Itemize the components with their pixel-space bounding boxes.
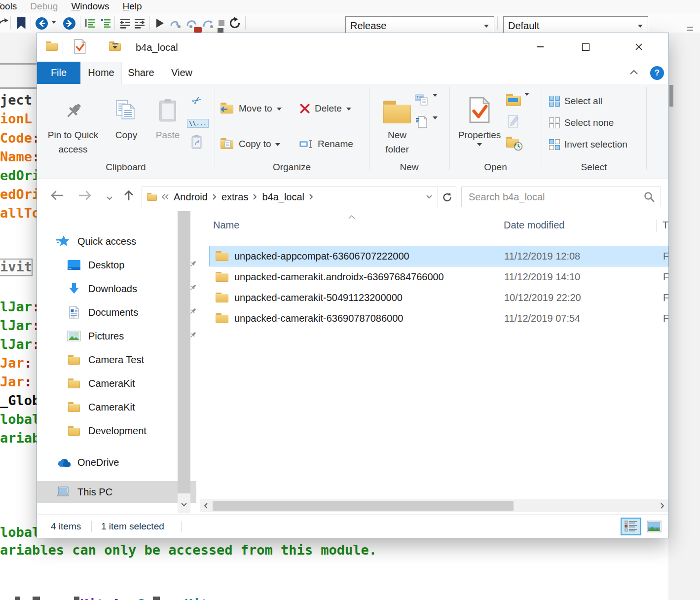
back-history-caret[interactable]	[50, 16, 58, 31]
help-icon[interactable]: ?	[650, 66, 664, 80]
scroll-right-button[interactable]	[656, 499, 668, 512]
sidebar-item-desktop[interactable]: Desktop	[67, 254, 124, 276]
file-row[interactable]: unpacked-camerakit.androidx-636976847660…	[209, 266, 668, 287]
sidebar-item-development[interactable]: Development	[67, 420, 147, 442]
edit-button[interactable]	[505, 112, 522, 130]
undo-arrow-icon[interactable]	[0, 16, 9, 31]
pin-to-quick-access-button[interactable]: Pin to Quickaccess	[42, 90, 104, 165]
paste-shortcut-button[interactable]	[188, 133, 206, 151]
file-row[interactable]: unpacked-camerakit-50491123200000 10/12/…	[209, 287, 668, 308]
close-button[interactable]	[609, 33, 668, 61]
select-all-button[interactable]: Select all	[549, 93, 602, 110]
sidebar-item-this-pc[interactable]: This PC	[37, 481, 196, 503]
step-out-icon[interactable]	[200, 16, 215, 31]
nav-back-icon[interactable]	[50, 190, 64, 203]
file-row[interactable]: unpacked-appcompat-63606707222000 11/12/…	[209, 246, 668, 266]
sidebar-scrollbar-thumb[interactable]	[178, 211, 190, 493]
open-caret[interactable]	[524, 96, 529, 105]
sidebar-item-documents[interactable]: Documents	[67, 301, 138, 323]
collapse-ribbon-chevron[interactable]	[629, 69, 639, 77]
properties-quick-icon[interactable]	[74, 39, 86, 56]
rename-button[interactable]: Rename	[299, 136, 353, 152]
sidebar-item-onedrive[interactable]: OneDrive	[56, 451, 119, 473]
tab-home[interactable]: Home	[80, 62, 122, 84]
minimize-button[interactable]	[518, 33, 562, 61]
comment-lines-icon[interactable]	[84, 16, 96, 31]
scroll-down-button[interactable]	[178, 496, 190, 513]
cut-button[interactable]: ✂	[188, 92, 206, 110]
invert-selection-button[interactable]: Invert selection	[549, 136, 627, 153]
horizontal-scrollbar-thumb[interactable]	[213, 501, 514, 511]
outdent-icon[interactable]	[119, 16, 132, 31]
bookmark-icon[interactable]	[16, 16, 26, 31]
breadcrumb-extras[interactable]: extras	[221, 191, 248, 203]
easy-access-caret[interactable]	[433, 97, 438, 106]
maximize-button[interactable]	[563, 33, 608, 61]
search-box[interactable]	[461, 187, 661, 207]
code-line: ivit	[0, 259, 33, 276]
search-input[interactable]	[468, 191, 644, 203]
sidebar-item-camera-test[interactable]: Camera Test	[67, 349, 144, 371]
column-header-date-modified[interactable]: Date modified	[504, 220, 564, 231]
horizontal-scrollbar[interactable]	[200, 499, 668, 512]
sidebar-item-quick-access[interactable]: Quick access	[56, 230, 136, 252]
copy-path-icon: \\...	[187, 119, 209, 128]
copy-to-button[interactable]: Copy to	[221, 136, 280, 152]
nav-forward-icon[interactable]	[78, 190, 92, 203]
sidebar-item-downloads[interactable]: Downloads	[67, 278, 137, 300]
back-icon[interactable]	[35, 16, 48, 31]
paste-button[interactable]: Paste	[149, 90, 186, 165]
details-view-button[interactable]	[621, 518, 641, 535]
status-separator	[91, 521, 92, 532]
column-separator[interactable]	[656, 220, 657, 232]
sidebar-scrollbar[interactable]	[178, 211, 190, 513]
file-row[interactable]: unpacked-camerakit-63690787086000 11/12/…	[209, 308, 668, 329]
tab-share[interactable]: Share	[121, 62, 161, 84]
sidebar-item-camerakit-2[interactable]: CameraKit	[67, 396, 135, 418]
copy-path-button[interactable]: \\...	[187, 114, 209, 132]
sort-ascending-chevron[interactable]	[348, 213, 356, 222]
nav-up-icon[interactable]	[123, 189, 135, 203]
sidebar-item-camerakit-1[interactable]: CameraKit	[67, 373, 135, 394]
nav-history-chevron[interactable]	[106, 194, 113, 203]
history-button[interactable]	[505, 134, 522, 152]
new-item-button[interactable]	[413, 113, 431, 131]
customize-qat-caret[interactable]	[112, 43, 118, 51]
uncomment-lines-icon[interactable]	[100, 16, 111, 31]
open-button[interactable]	[505, 91, 522, 109]
double-chevron-icon	[161, 193, 169, 200]
paste-shortcut-icon	[191, 135, 203, 150]
code-line: Jar:	[0, 374, 32, 390]
column-header-name[interactable]: Name	[213, 220, 239, 231]
properties-button[interactable]: Properties	[454, 90, 505, 165]
menu-tools[interactable]: Tools	[0, 1, 17, 12]
menu-debug[interactable]: Debug	[30, 1, 58, 12]
breadcrumb-android[interactable]: Android	[174, 191, 208, 203]
new-folder-button[interactable]: Newfolder	[376, 90, 418, 165]
menu-windows[interactable]: Windows	[71, 1, 109, 12]
run-icon[interactable]	[155, 16, 165, 31]
restart-icon[interactable]	[227, 16, 242, 31]
column-header-type[interactable]: T	[663, 220, 668, 231]
new-item-caret[interactable]	[433, 119, 438, 128]
move-to-button[interactable]: Move to	[221, 100, 282, 117]
address-bar[interactable]: Android extras b4a_local	[142, 187, 438, 207]
tab-file[interactable]: File	[37, 62, 80, 84]
scroll-left-button[interactable]	[200, 499, 212, 512]
address-dropdown-chevron[interactable]	[426, 194, 433, 199]
breadcrumb-b4a-local[interactable]: b4a_local	[262, 191, 304, 203]
step-into-icon[interactable]	[168, 16, 183, 31]
easy-access-button[interactable]	[413, 91, 431, 109]
menu-help[interactable]: Help	[122, 1, 142, 12]
delete-button[interactable]: Delete	[299, 100, 351, 117]
forward-icon[interactable]	[62, 16, 76, 31]
column-separator[interactable]	[496, 220, 496, 232]
copy-button[interactable]: Copy	[107, 90, 146, 165]
select-none-button[interactable]: Select none	[549, 114, 614, 131]
indent-icon[interactable]	[133, 16, 146, 31]
ribbon: Pin to Quickaccess Copy Paste ✂ \\...	[37, 84, 668, 179]
tab-view[interactable]: View	[161, 62, 202, 84]
thumbnail-view-button[interactable]	[644, 518, 664, 535]
sidebar-item-pictures[interactable]: Pictures	[67, 325, 124, 347]
refresh-button[interactable]	[439, 187, 456, 208]
